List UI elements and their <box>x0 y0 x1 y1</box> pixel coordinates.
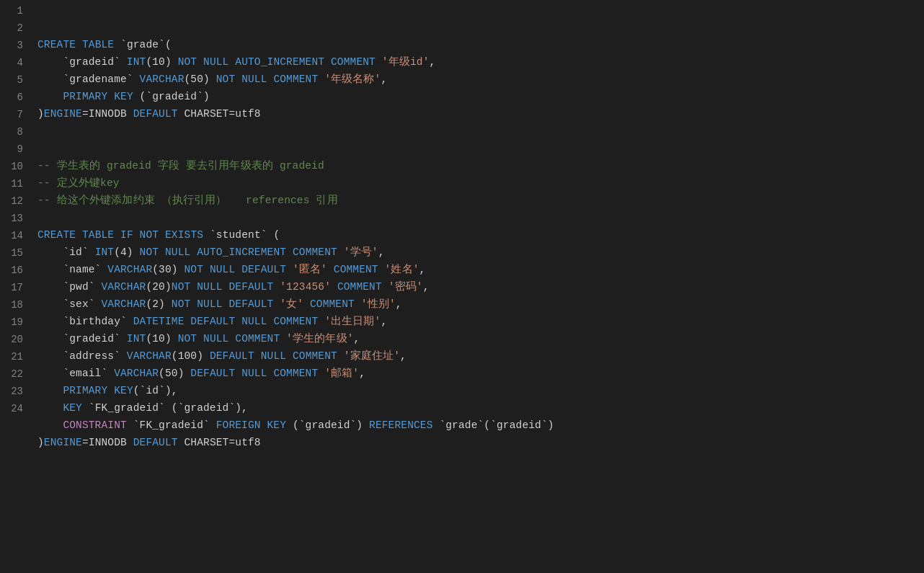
token: , <box>400 348 407 364</box>
token <box>273 296 280 312</box>
code-line: `email` VARCHAR(50) DEFAULT NULL COMMENT… <box>37 365 924 383</box>
token <box>355 296 361 312</box>
token: (100) <box>172 348 210 364</box>
token: COMMENT <box>310 296 355 312</box>
token: PRIMARY <box>63 89 107 105</box>
line-number: 12 <box>0 193 23 210</box>
token: `id` <box>37 244 95 260</box>
token <box>114 227 120 243</box>
token: (`gradeid`) <box>286 417 369 433</box>
token: (30) <box>152 262 184 277</box>
code-line: )ENGINE=INNODB DEFAULT CHARSET=utf8 <box>37 106 924 123</box>
line-number: 9 <box>0 141 23 159</box>
code-line: `pwd` VARCHAR(20)NOT NULL DEFAULT '12345… <box>37 279 924 296</box>
token <box>190 279 197 295</box>
token: TABLE <box>82 227 114 243</box>
token: DEFAULT <box>228 279 273 295</box>
token: NULL <box>241 71 267 87</box>
token: (4) <box>114 244 139 260</box>
token: NULL <box>197 279 222 295</box>
line-number: 2 <box>0 20 23 37</box>
token: DEFAULT <box>190 314 235 329</box>
token: NOT <box>172 279 191 295</box>
token: `name` <box>37 262 107 277</box>
token: DEFAULT <box>228 296 273 312</box>
token: DATETIME <box>133 314 185 329</box>
token: `birthday` <box>37 314 133 329</box>
token: ENGINE <box>44 435 82 450</box>
token: INT <box>95 244 115 260</box>
token <box>203 262 210 277</box>
token: IF <box>120 227 133 243</box>
token: NULL <box>210 262 235 277</box>
token: ) <box>37 435 44 450</box>
token: NULL <box>165 244 190 260</box>
token: KEY <box>114 383 133 399</box>
token: -- 学生表的 gradeid 字段 要去引用年级表的 gradeid <box>37 158 324 174</box>
token <box>327 262 334 277</box>
token: DEFAULT <box>133 106 178 122</box>
code-line: CREATE TABLE IF NOT EXISTS `student` ( <box>37 227 924 244</box>
token <box>159 227 165 243</box>
token <box>337 244 344 260</box>
line-number: 4 <box>0 55 23 72</box>
token: COMMENT <box>235 331 280 347</box>
token <box>235 71 241 87</box>
token: COMMENT <box>273 365 318 381</box>
token <box>37 89 63 105</box>
line-number: 14 <box>0 228 23 245</box>
token: (20) <box>146 279 171 295</box>
token <box>303 296 310 312</box>
token: '邮箱' <box>324 365 359 381</box>
token <box>228 331 235 347</box>
token: CHARSET=utf8 <box>178 435 261 450</box>
code-content[interactable]: CREATE TABLE `grade`( `gradeid` INT(10) … <box>30 3 924 570</box>
line-numbers: 123456789101112131415161718192021222324 <box>0 3 30 570</box>
token: COMMENT <box>334 262 378 277</box>
token: NULL <box>203 331 228 347</box>
token: NOT <box>140 244 159 260</box>
line-number: 6 <box>0 89 23 107</box>
token <box>76 37 82 53</box>
token: NULL <box>197 296 222 312</box>
token: DEFAULT <box>190 365 235 381</box>
token <box>267 314 274 329</box>
line-number: 20 <box>0 332 23 349</box>
line-number: 10 <box>0 159 23 176</box>
token: COMMENT <box>273 71 318 87</box>
token <box>184 314 190 329</box>
token: AUTO_INCREMENT <box>197 244 286 260</box>
token <box>235 365 241 381</box>
token <box>76 227 82 243</box>
token: `grade`(`gradeid`) <box>433 417 554 433</box>
code-line: )ENGINE=INNODB DEFAULT CHARSET=utf8 <box>37 435 924 452</box>
token: VARCHAR <box>101 296 146 312</box>
token: =INNODB <box>82 435 133 450</box>
token <box>286 244 293 260</box>
token: (50) <box>159 365 190 381</box>
line-number: 8 <box>0 124 23 141</box>
line-number: 1 <box>0 3 23 20</box>
token: (`id`), <box>133 383 178 399</box>
line-number: 16 <box>0 262 23 280</box>
token: REFERENCES <box>369 417 432 433</box>
code-line: CREATE TABLE `grade`( <box>37 37 924 54</box>
token: NOT <box>140 227 159 243</box>
code-line: `gradename` VARCHAR(50) NOT NULL COMMENT… <box>37 71 924 89</box>
token: '123456' <box>280 279 331 295</box>
token <box>337 348 344 364</box>
code-line <box>37 210 924 227</box>
code-line: -- 学生表的 gradeid 字段 要去引用年级表的 gradeid <box>37 158 924 175</box>
token: `gradeid` <box>37 331 127 347</box>
token: '女' <box>280 296 303 312</box>
token <box>107 383 114 399</box>
token: PRIMARY <box>63 383 107 399</box>
token: CONSTRAINT <box>63 417 126 433</box>
token: ) <box>37 106 44 122</box>
token: '姓名' <box>385 262 419 277</box>
code-line: `birthday` DATETIME DEFAULT NULL COMMENT… <box>37 314 924 331</box>
line-number: 24 <box>0 401 23 418</box>
token <box>159 244 165 260</box>
token <box>190 296 197 312</box>
token <box>37 383 63 399</box>
